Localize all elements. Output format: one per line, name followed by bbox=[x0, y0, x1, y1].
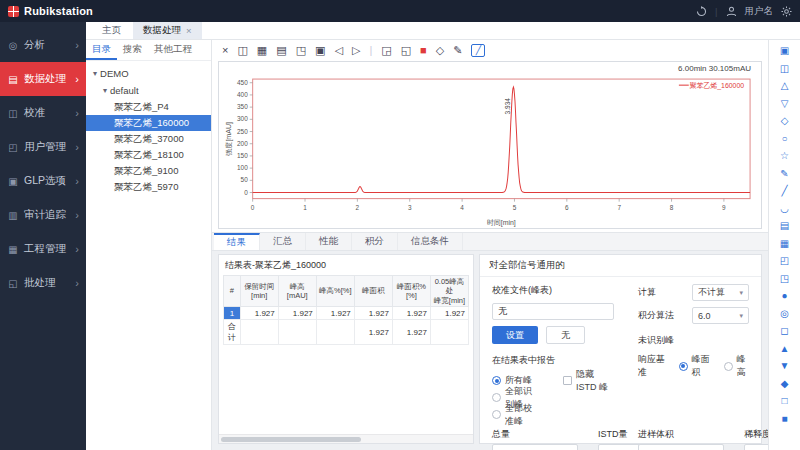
results-table-viewport[interactable]: #保留时间 [min]峰高 [mAU]峰高%[%]峰面积峰面积%[%]0.05峰… bbox=[219, 275, 473, 434]
tab-汇总[interactable]: 汇总 bbox=[260, 233, 306, 250]
rect-icon[interactable]: □ bbox=[777, 393, 793, 408]
record-icon[interactable]: ■ bbox=[420, 43, 427, 57]
tab-数据处理[interactable]: 数据处理× bbox=[133, 22, 202, 39]
radio-icon[interactable] bbox=[492, 410, 501, 419]
tree-item[interactable]: 聚苯乙烯_P4 bbox=[86, 99, 211, 115]
sidebar-item-user-management[interactable]: ◰用户管理› bbox=[0, 130, 86, 164]
annotate-icon[interactable]: ✎ bbox=[777, 166, 793, 181]
integration-select[interactable]: 6.0 ▾ bbox=[692, 307, 749, 324]
checkbox-icon[interactable] bbox=[563, 376, 572, 385]
sidebar-item-audit-trail[interactable]: ▥审计追踪› bbox=[0, 198, 86, 232]
tree-folder-node[interactable]: ▾ default bbox=[86, 82, 211, 99]
radio-icon[interactable] bbox=[724, 362, 733, 371]
tree-item[interactable]: 聚苯乙烯_160000 bbox=[86, 115, 211, 131]
radio-option[interactable]: 峰面积 bbox=[679, 359, 712, 374]
split-view-icon[interactable]: ◫ bbox=[777, 61, 793, 76]
horizontal-scrollbar[interactable] bbox=[219, 434, 473, 443]
radio-option[interactable]: 全部校准峰 bbox=[492, 407, 537, 422]
tab-性能[interactable]: 性能 bbox=[306, 233, 352, 250]
rows-icon[interactable]: ▤ bbox=[777, 218, 793, 233]
eraser-icon[interactable]: ◇ bbox=[436, 43, 444, 57]
field-input[interactable]: 0 bbox=[492, 444, 578, 450]
radio-icon[interactable] bbox=[679, 362, 688, 371]
table-row[interactable]: 11.9271.9271.9271.9271.9271.927 bbox=[224, 307, 469, 320]
close-tab-icon[interactable]: × bbox=[186, 25, 192, 36]
play-icon[interactable]: ▷ bbox=[352, 43, 360, 57]
tab-积分[interactable]: 积分 bbox=[352, 233, 398, 250]
down-icon[interactable]: ▼ bbox=[777, 358, 793, 373]
report-options-right: 隐藏 ISTD 峰 bbox=[563, 373, 614, 422]
star-marker-icon[interactable]: ☆ bbox=[777, 148, 793, 163]
tab-信息条件[interactable]: 信息条件 bbox=[398, 233, 463, 250]
user-icon[interactable] bbox=[726, 6, 737, 17]
refresh-icon[interactable] bbox=[696, 6, 707, 17]
tree-item[interactable]: 聚苯乙烯_5970 bbox=[86, 179, 211, 195]
radio-option[interactable]: 峰高 bbox=[724, 359, 750, 374]
x-axis-label: 时间[min] bbox=[487, 219, 516, 227]
export-icon[interactable]: ◳ bbox=[296, 43, 306, 57]
signal-settings-panel: 对全部信号通用的 校准文件(峰表) 无 设置 无 在结果表中报告 bbox=[479, 254, 762, 444]
chevron-right-icon: › bbox=[75, 243, 79, 255]
tab-结果[interactable]: 结果 bbox=[214, 233, 260, 250]
target-icon[interactable]: ◎ bbox=[777, 306, 793, 321]
close-icon[interactable]: × bbox=[222, 43, 228, 57]
tree-item[interactable]: 聚苯乙烯_37000 bbox=[86, 131, 211, 147]
overlay-icon[interactable]: ▣ bbox=[777, 43, 793, 58]
sidebar-item-project-management[interactable]: ▦工程管理› bbox=[0, 232, 86, 266]
table-row[interactable]: 合计1.9271.927 bbox=[224, 320, 469, 345]
save-icon[interactable]: ◫ bbox=[237, 43, 247, 57]
sidebar-item-glp-options[interactable]: ▣GLP选项› bbox=[0, 164, 86, 198]
tree-root-node[interactable]: ▾ DEMO bbox=[86, 65, 211, 82]
caret-down-icon[interactable]: ▾ bbox=[103, 86, 107, 95]
peak-remove-icon[interactable]: ▽ bbox=[777, 96, 793, 111]
radio-icon[interactable] bbox=[492, 393, 501, 402]
fill-icon[interactable]: ■ bbox=[777, 411, 793, 426]
caret-down-icon[interactable]: ▾ bbox=[93, 69, 97, 78]
annotate-icon[interactable]: ✎ bbox=[453, 43, 462, 57]
tree-item[interactable]: 聚苯乙烯_9100 bbox=[86, 163, 211, 179]
tree-item[interactable]: 聚苯乙烯_18100 bbox=[86, 147, 211, 163]
settings-gear-icon[interactable] bbox=[781, 6, 792, 17]
field-input[interactable]: 0 bbox=[638, 444, 724, 450]
calibration-file-label: 校准文件(峰表) bbox=[492, 284, 614, 297]
slope-icon[interactable]: ╱ bbox=[777, 183, 793, 198]
peak-add-icon[interactable]: △ bbox=[777, 78, 793, 93]
checkbox-option[interactable]: 隐藏 ISTD 峰 bbox=[563, 373, 614, 388]
scrollbar-thumb[interactable] bbox=[221, 437, 361, 442]
batch-processing-icon: ◱ bbox=[7, 278, 19, 289]
x-tick-label: 6 bbox=[565, 204, 569, 211]
tab-other-projects[interactable]: 其他工程 bbox=[148, 40, 198, 60]
none-button[interactable]: 无 bbox=[546, 326, 585, 344]
sidebar-item-batch-processing[interactable]: ◱批处理› bbox=[0, 266, 86, 300]
baseline-icon[interactable]: ◡ bbox=[777, 201, 793, 216]
prev-icon[interactable]: ◁ bbox=[334, 43, 342, 57]
legend-label: 聚苯乙烯_160000 bbox=[690, 82, 745, 90]
tab-主页[interactable]: 主页 bbox=[92, 22, 131, 39]
point-icon[interactable]: ● bbox=[777, 288, 793, 303]
sidebar-item-data-processing[interactable]: ▤数据处理› bbox=[0, 62, 86, 96]
up-icon[interactable]: ▲ bbox=[777, 341, 793, 356]
calibration-file-input[interactable]: 无 bbox=[492, 303, 614, 320]
sidebar-item-analysis[interactable]: ◎分析› bbox=[0, 28, 86, 62]
chromatogram-chart[interactable]: 05010015020025030035040045001234567893.9… bbox=[223, 74, 757, 228]
tab-directory[interactable]: 目录 bbox=[86, 40, 117, 60]
share-icon[interactable]: ◲ bbox=[381, 43, 391, 57]
marker-icon[interactable]: ◇ bbox=[777, 113, 793, 128]
print-icon[interactable]: ▣ bbox=[315, 43, 325, 57]
pan-icon[interactable]: ◳ bbox=[777, 271, 793, 286]
radio-icon[interactable] bbox=[492, 376, 501, 385]
grid-icon[interactable]: ▦ bbox=[257, 43, 267, 57]
set-button[interactable]: 设置 bbox=[492, 326, 538, 344]
box-icon[interactable]: ◻ bbox=[777, 323, 793, 338]
calc-select[interactable]: 不计算 ▾ bbox=[692, 284, 749, 301]
zoom-region-icon[interactable]: ◰ bbox=[777, 253, 793, 268]
grid-icon[interactable]: ▦ bbox=[777, 236, 793, 251]
table-icon[interactable]: ▤ bbox=[276, 43, 286, 57]
import-icon[interactable]: ◱ bbox=[401, 43, 411, 57]
curve-icon[interactable]: ╱ bbox=[471, 44, 485, 57]
tab-search[interactable]: 搜索 bbox=[117, 40, 148, 60]
sidebar-item-calibration[interactable]: ◫校准› bbox=[0, 96, 86, 130]
circle-marker-icon[interactable]: ○ bbox=[777, 131, 793, 146]
user-name[interactable]: 用户名 bbox=[745, 5, 774, 18]
diamond-icon[interactable]: ◆ bbox=[777, 376, 793, 391]
